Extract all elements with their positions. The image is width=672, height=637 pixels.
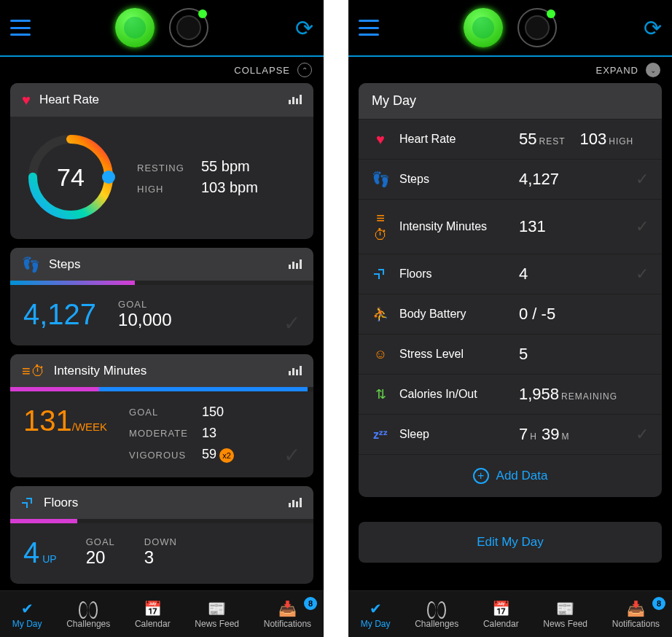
- intensity-card[interactable]: ≡⏱ Intensity Minutes 131/WEEK GOAL 150 M…: [10, 354, 313, 477]
- moderate-value: 13: [202, 426, 300, 441]
- intensity-unit: /WEEK: [72, 421, 107, 433]
- collapse-label: COLLAPSE: [234, 65, 290, 76]
- expand-label: EXPAND: [596, 65, 639, 76]
- row-sleep[interactable]: zᶻᶻ Sleep 7H 39M ✓: [359, 414, 662, 454]
- moderate-label: MODERATE: [129, 428, 202, 439]
- row-calories[interactable]: ⇅ Calories In/Out 1,958REMAINING: [359, 374, 662, 414]
- expand-toggle[interactable]: EXPAND ⌄: [348, 57, 672, 83]
- high-value: 103 bpm: [201, 179, 258, 195]
- device-icon[interactable]: [517, 8, 557, 47]
- nav-calendar[interactable]: 📅Calendar: [135, 600, 171, 629]
- phone-collapsed-view: ⟳ EXPAND ⌄ My Day ♥ Heart Rate 55REST 10…: [348, 0, 672, 637]
- floors-icon: [22, 495, 35, 512]
- row-heart-rate[interactable]: ♥ Heart Rate 55REST 103HIGH: [359, 119, 662, 159]
- profile-avatar[interactable]: [464, 8, 503, 47]
- goal-label: GOAL: [129, 407, 202, 418]
- sync-icon[interactable]: ⟳: [644, 15, 662, 41]
- steps-value: 4,127: [23, 298, 96, 331]
- device-icon[interactable]: [169, 8, 208, 47]
- heart-icon: ♥: [372, 131, 389, 148]
- bar-chart-icon[interactable]: [289, 366, 302, 376]
- checkmark-icon: ✓: [636, 217, 649, 236]
- menu-icon[interactable]: [10, 20, 31, 36]
- sync-icon[interactable]: ⟳: [295, 15, 313, 41]
- cards-scroll[interactable]: ♥ Heart Rate: [0, 83, 324, 590]
- calories-icon: ⇅: [372, 386, 389, 402]
- heart-icon: ♥: [22, 92, 31, 109]
- goal-value: 10,000: [118, 310, 171, 330]
- chevron-down-icon: ⌄: [646, 63, 660, 77]
- steps-icon: 👣: [22, 256, 40, 273]
- checkmark-icon: ✓: [636, 265, 649, 284]
- nav-calendar[interactable]: 📅Calendar: [483, 600, 519, 629]
- steps-icon: 👣: [372, 171, 389, 188]
- down-value: 3: [144, 547, 177, 568]
- goal-value: 150: [202, 405, 300, 420]
- body-battery-icon: ⛹: [372, 306, 389, 322]
- nav-challenges[interactable]: Challenges: [66, 600, 110, 629]
- nav-newsfeed[interactable]: 📰News Feed: [195, 600, 239, 629]
- nav-challenges[interactable]: Challenges: [415, 600, 458, 629]
- card-title: Floors: [44, 496, 78, 510]
- notification-badge: 8: [304, 597, 317, 610]
- resting-value: 55 bpm: [201, 158, 250, 174]
- steps-card[interactable]: 👣 Steps 4,127 GOAL 10,000 ✓: [10, 248, 313, 345]
- resting-label: RESTING: [137, 163, 201, 173]
- phone-expanded-view: ⟳ COLLAPSE ⌃ ♥ Heart Rate: [0, 0, 324, 637]
- vigorous-value: 59: [202, 447, 216, 461]
- heart-rate-value: 74: [23, 130, 118, 224]
- vigorous-label: VIGOROUS: [129, 450, 202, 461]
- heart-rate-card[interactable]: ♥ Heart Rate: [10, 83, 313, 239]
- intensity-icon: ≡⏱: [22, 363, 45, 380]
- stress-icon: ☺: [372, 347, 389, 362]
- checkmark-icon: ✓: [284, 443, 300, 467]
- nav-myday[interactable]: ✔My Day: [12, 600, 42, 629]
- add-data-button[interactable]: + Add Data: [359, 454, 662, 497]
- plus-icon: +: [473, 468, 489, 484]
- edit-my-day-button[interactable]: Edit My Day: [359, 522, 662, 563]
- checkmark-icon: ✓: [636, 170, 649, 189]
- nav-notifications[interactable]: 📥Notifications8: [264, 600, 311, 629]
- card-title: Intensity Minutes: [54, 364, 147, 378]
- goal-value: 20: [86, 547, 115, 568]
- collapse-toggle[interactable]: COLLAPSE ⌃: [0, 57, 324, 83]
- card-title: Steps: [49, 257, 80, 272]
- goal-label: GOAL: [86, 536, 115, 547]
- bottom-nav: ✔My Day Challenges 📅Calendar 📰News Feed …: [348, 590, 672, 637]
- bottom-nav: ✔My Day Challenges 📅Calendar 📰News Feed …: [0, 590, 324, 637]
- bar-chart-icon[interactable]: [289, 259, 302, 270]
- checkmark-icon: ✓: [636, 425, 649, 444]
- down-label: DOWN: [144, 536, 177, 547]
- floors-icon: [372, 266, 389, 283]
- myday-card: My Day ♥ Heart Rate 55REST 103HIGH 👣 Ste…: [359, 83, 662, 497]
- floors-value: 4: [23, 536, 39, 568]
- row-body-battery[interactable]: ⛹ Body Battery 0 / -5: [359, 294, 662, 334]
- row-steps[interactable]: 👣 Steps 4,127 ✓: [359, 159, 662, 199]
- myday-header: My Day: [359, 83, 662, 119]
- row-stress[interactable]: ☺ Stress Level 5: [359, 334, 662, 374]
- floors-card[interactable]: Floors 4UP GOAL 20 DOWN 3: [10, 486, 313, 584]
- profile-avatar[interactable]: [115, 8, 155, 47]
- goal-label: GOAL: [118, 299, 171, 310]
- nav-notifications[interactable]: 📥Notifications8: [612, 600, 660, 629]
- intensity-icon: ≡⏱: [372, 210, 389, 243]
- checkmark-icon: ✓: [284, 311, 300, 335]
- heart-rate-gauge: 74: [23, 130, 118, 224]
- bar-chart-icon[interactable]: [289, 95, 302, 105]
- floors-unit: UP: [42, 553, 56, 565]
- chevron-up-icon: ⌃: [297, 63, 312, 77]
- card-title: Heart Rate: [39, 93, 99, 107]
- sleep-icon: zᶻᶻ: [372, 428, 389, 442]
- nav-newsfeed[interactable]: 📰News Feed: [543, 600, 587, 629]
- top-bar: ⟳: [348, 0, 672, 57]
- row-intensity[interactable]: ≡⏱ Intensity Minutes 131 ✓: [359, 199, 662, 254]
- top-bar: ⟳: [0, 0, 324, 57]
- intensity-value: 131: [23, 405, 72, 437]
- menu-icon[interactable]: [359, 20, 379, 36]
- bar-chart-icon[interactable]: [289, 498, 302, 508]
- nav-myday[interactable]: ✔My Day: [361, 600, 391, 629]
- high-label: HIGH: [137, 184, 201, 195]
- row-floors[interactable]: Floors 4 ✓: [359, 254, 662, 294]
- x2-badge: x2: [219, 448, 234, 463]
- notification-badge: 8: [652, 597, 665, 610]
